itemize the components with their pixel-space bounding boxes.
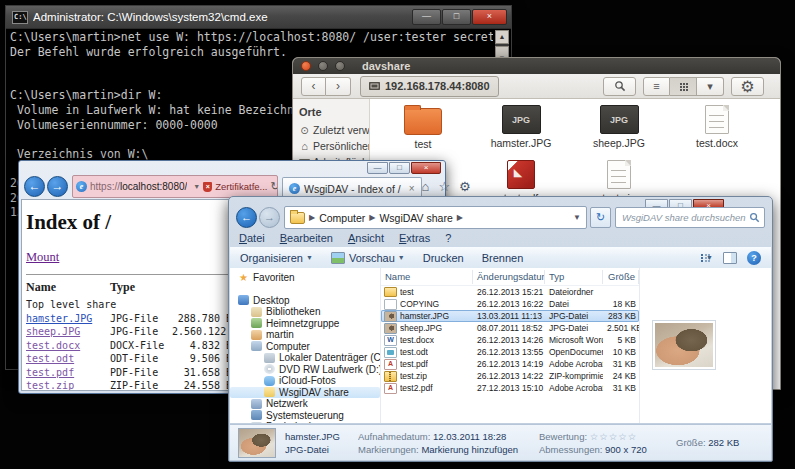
table-row[interactable]: test.odt 26.12.2013 13:55 OpenDocument T… <box>381 346 639 358</box>
file-icon <box>502 105 541 134</box>
forward-button[interactable]: → <box>47 176 68 197</box>
table-row[interactable]: test.docx 26.12.2013 14:26 Microsoft Wor… <box>381 334 639 346</box>
sidebar-item[interactable]: Systemsteuerung <box>230 410 380 422</box>
menu-item[interactable]: Datei <box>239 232 265 244</box>
places-item[interactable]: Persönlicher ... <box>293 138 369 154</box>
view-icon <box>701 254 703 256</box>
tags-value[interactable]: Markierung hinzufügen <box>421 444 518 455</box>
file-item[interactable]: hamster.JPG <box>472 102 570 157</box>
sidebar-item[interactable]: Bibliotheken <box>230 306 380 318</box>
search-input[interactable] <box>620 211 749 224</box>
change-view-button[interactable]: ▼ <box>701 254 713 261</box>
minimize-button[interactable]: — <box>367 162 388 174</box>
breadcrumb-current[interactable]: WsgiDAV share <box>379 212 452 224</box>
menu-item[interactable]: Ansicht <box>348 232 384 244</box>
maximize-icon[interactable] <box>335 61 345 71</box>
table-row[interactable]: sheep.JPG 08.07.2011 18:52 JPG-Datei 2.5… <box>381 322 639 334</box>
search-box[interactable] <box>615 207 765 228</box>
sidebar-item[interactable]: Heimnetzgruppe <box>230 318 380 330</box>
sidebar-item-icon <box>251 341 262 351</box>
grid-view-button[interactable] <box>670 77 697 96</box>
close-icon[interactable] <box>301 61 311 71</box>
burn-button[interactable]: Brennen <box>482 252 524 264</box>
table-row[interactable]: COPYING 26.12.2013 16:22 Datei 18 KB <box>381 298 639 310</box>
certificate-error-label[interactable]: Zertifikatfe... <box>215 181 267 192</box>
minimize-icon[interactable] <box>318 61 328 71</box>
favorites-star-icon[interactable]: ☆ <box>438 179 450 194</box>
file-item[interactable]: sheep.JPG <box>570 102 668 157</box>
sidebar-item[interactable]: WsgiDAV share <box>230 387 380 399</box>
file-link[interactable]: sheep.JPG <box>26 325 110 339</box>
table-row[interactable]: test2.pdf 27.12.2013 15:10 Adobe Acrobat… <box>381 382 639 394</box>
places-item[interactable]: Zuletzt verw... <box>293 122 369 138</box>
list-view-button[interactable]: ≡ <box>643 77 670 96</box>
sidebar-item[interactable]: Computer <box>230 341 380 353</box>
sidebar-item[interactable]: Lokaler Datenträger (C:) <box>230 352 380 364</box>
address-dropdown-chevron[interactable]: ▼ <box>193 183 200 190</box>
address-bar[interactable]: e https://localhost:8080/ ▼ × Zertifikat… <box>72 175 278 198</box>
file-link[interactable]: test.odt <box>26 352 110 366</box>
file-link[interactable]: test.pdf <box>26 366 110 380</box>
close-button[interactable]: × <box>411 162 441 174</box>
back-button[interactable]: ← <box>236 207 257 228</box>
table-row[interactable]: test.zip 26.12.2013 14:22 ZIP-komprimier… <box>381 370 639 382</box>
sidebar-item[interactable]: DVD RW Laufwerk (D:) <box>230 364 380 376</box>
nautilus-titlebar[interactable]: davshare <box>293 58 780 74</box>
breadcrumb[interactable]: ▶ Computer ▶ WsgiDAV share ▶ ▼ <box>284 206 587 229</box>
minimize-button[interactable]: — <box>412 9 441 25</box>
close-button[interactable]: × <box>472 9 507 25</box>
preview-pane-toggle[interactable] <box>723 252 737 264</box>
file-link[interactable]: test.zip <box>26 379 110 391</box>
menu-item[interactable]: Extras <box>399 232 430 244</box>
search-icon[interactable] <box>749 212 760 223</box>
scroll-up-icon[interactable]: ▲ <box>495 30 509 44</box>
menu-item[interactable]: ? <box>445 232 451 244</box>
preview-image[interactable] <box>652 320 716 370</box>
view-options-chevron[interactable]: ▾ <box>697 77 724 96</box>
breadcrumb-computer[interactable]: Computer <box>319 212 365 224</box>
file-type-icon <box>384 383 397 394</box>
maximize-button[interactable]: □ <box>389 162 410 174</box>
file-item[interactable]: test.docx <box>668 102 766 157</box>
table-row[interactable]: hamster.JPG 13.03.2011 11:13 JPG-Datei 2… <box>381 310 639 322</box>
address-dropdown-chevron[interactable]: ▼ <box>573 213 581 222</box>
url-text[interactable]: https://localhost:8080/ <box>90 181 187 192</box>
home-icon[interactable]: ⌂ <box>422 179 430 194</box>
back-button[interactable]: ‹ <box>301 77 326 96</box>
tab-close-icon[interactable]: × <box>409 183 415 194</box>
print-button[interactable]: Drucken <box>423 252 464 264</box>
refresh-button[interactable]: ↻ <box>590 207 611 228</box>
column-header-date[interactable]: Änderungsdatum <box>473 270 545 284</box>
address-button[interactable]: 192.168.178.44:8080 <box>360 76 499 97</box>
help-icon[interactable]: ? <box>747 251 761 265</box>
file-link[interactable]: hamster.JPG <box>26 312 110 326</box>
sidebar-item[interactable]: Netzwerk <box>230 398 380 410</box>
sidebar-item[interactable]: Favoriten <box>230 272 380 284</box>
sidebar-item[interactable]: Papierkorb <box>230 421 380 423</box>
refresh-icon[interactable]: ↻ <box>271 180 279 193</box>
forward-button[interactable]: › <box>326 77 351 96</box>
menu-item[interactable]: Bearbeiten <box>280 232 333 244</box>
sidebar-item[interactable]: Desktop <box>230 295 380 307</box>
column-header-name[interactable]: Name <box>381 270 473 284</box>
column-header-size[interactable]: Größe <box>603 270 639 284</box>
column-header-type[interactable]: Typ <box>545 270 603 284</box>
settings-gear-icon[interactable]: ⚙ <box>459 179 471 194</box>
sidebar-item[interactable]: iCloud-Fotos <box>230 375 380 387</box>
mount-link[interactable]: Mount <box>26 250 59 264</box>
maximize-button[interactable]: □ <box>442 9 471 25</box>
table-row[interactable]: test.pdf 26.12.2013 14:19 Adobe Acrobat … <box>381 358 639 370</box>
settings-button[interactable]: ⚙ <box>731 77 764 96</box>
cmd-titlebar[interactable]: C:\ Administrator: C:\Windows\system32\c… <box>6 6 511 29</box>
table-row[interactable]: test 26.12.2013 15:21 Dateiordner <box>381 286 639 298</box>
gear-icon: ⚙ <box>740 77 754 96</box>
forward-button[interactable]: → <box>259 207 280 228</box>
back-button[interactable]: ← <box>24 176 45 197</box>
organize-button[interactable]: Organisieren▼ <box>240 252 313 264</box>
file-item[interactable]: test <box>374 102 472 157</box>
preview-button[interactable]: Vorschau▼ <box>331 252 405 264</box>
file-link[interactable]: test.docx <box>26 339 110 353</box>
rating-stars[interactable]: ☆☆☆☆☆ <box>590 431 638 442</box>
search-button[interactable] <box>603 77 636 96</box>
sidebar-item[interactable]: martin <box>230 329 380 341</box>
